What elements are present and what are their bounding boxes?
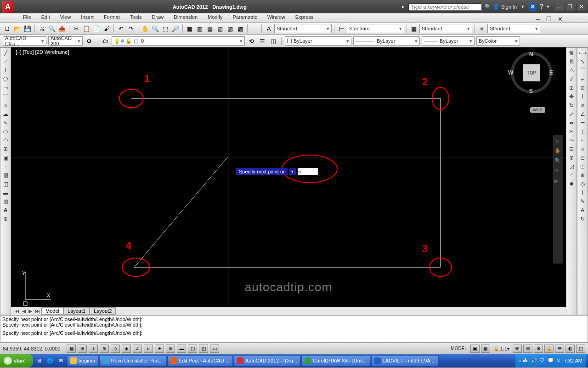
dimang-icon[interactable]: ∠ bbox=[578, 110, 587, 118]
layer-iso-icon[interactable]: ◫ bbox=[269, 36, 278, 46]
ortho-toggle[interactable]: ⊥ bbox=[89, 345, 98, 353]
tab-next-icon[interactable]: ▶ bbox=[27, 308, 34, 314]
tolerance-icon[interactable]: ⊡ bbox=[578, 162, 587, 171]
osnap-toggle[interactable]: ◇ bbox=[111, 345, 120, 353]
menu-window[interactable]: Window bbox=[263, 13, 290, 22]
layer-state-icon[interactable]: ☰ bbox=[258, 36, 267, 46]
qv-dwg-icon[interactable]: ▦ bbox=[481, 345, 490, 353]
taskbar-task-3[interactable]: AutoCAD 2012 - [Dra... bbox=[234, 355, 300, 366]
mlstyle-combo[interactable]: Standard bbox=[487, 24, 540, 33]
array-icon[interactable]: ⊞ bbox=[567, 84, 576, 92]
rect-icon[interactable]: ▭ bbox=[1, 84, 10, 92]
dimarc-icon[interactable]: ⌒ bbox=[578, 66, 587, 75]
doc-minimize-button[interactable]: ─ bbox=[533, 14, 543, 23]
tab-model[interactable]: Model bbox=[41, 307, 63, 315]
region-icon[interactable]: ▬ bbox=[1, 189, 10, 197]
ql-desktop-icon[interactable]: 🖥 bbox=[34, 356, 44, 366]
dimedit-icon[interactable]: ✎ bbox=[578, 197, 587, 206]
dynamic-input-field[interactable] bbox=[298, 168, 318, 175]
zoom-nav-icon[interactable]: 🔍 bbox=[554, 158, 562, 165]
anno-auto-icon[interactable]: ⚖ bbox=[523, 345, 532, 353]
explode-icon[interactable]: ✸ bbox=[567, 180, 576, 188]
tab-layout2[interactable]: Layout2 bbox=[90, 307, 116, 315]
ws-settings-icon[interactable]: ⚙ bbox=[85, 36, 94, 46]
ducs-toggle[interactable]: ⊾ bbox=[144, 345, 153, 353]
dimord-icon[interactable]: ⌐ bbox=[578, 75, 587, 83]
centermark-icon[interactable]: ⊕ bbox=[578, 171, 587, 179]
tablestyle-combo[interactable]: Standard bbox=[419, 24, 472, 33]
tablestyle-icon[interactable]: ▦ bbox=[409, 24, 418, 33]
save-icon[interactable]: 💾 bbox=[23, 24, 32, 33]
mtext-icon[interactable]: A bbox=[1, 206, 10, 214]
pan-nav-icon[interactable]: ✋ bbox=[554, 148, 562, 155]
doc-restore-button[interactable]: ❐ bbox=[544, 14, 554, 23]
ws-switch-icon[interactable]: ⚙ bbox=[534, 345, 543, 353]
workspace-combo-2[interactable]: AutoCAD 200 bbox=[48, 36, 83, 46]
lwt-toggle[interactable]: ≡ bbox=[166, 345, 175, 353]
otrack-toggle[interactable]: ∠ bbox=[133, 345, 142, 353]
anno-vis-icon[interactable]: 👁 bbox=[513, 345, 522, 353]
toolpal-icon[interactable]: ▤ bbox=[205, 24, 215, 33]
search-input[interactable] bbox=[408, 3, 482, 11]
orbit-icon[interactable]: ⟳ bbox=[554, 168, 562, 175]
qv-layouts-icon[interactable]: ▣ bbox=[470, 345, 480, 353]
workspace-combo[interactable]: AutoCAD Clas... bbox=[3, 36, 46, 46]
showmotion-icon[interactable]: ▶ bbox=[554, 178, 562, 185]
linetype-combo[interactable]: ByLayer bbox=[353, 36, 420, 46]
stretch-icon[interactable]: ⇔ bbox=[567, 119, 576, 127]
ql-browser-icon[interactable]: 🌐 bbox=[45, 356, 55, 366]
qdim-icon[interactable]: ⊢ bbox=[578, 119, 587, 127]
viewcube[interactable]: TOP N S E W bbox=[511, 52, 552, 93]
revcloud-icon[interactable]: ☁ bbox=[1, 110, 10, 118]
tray-smile-icon[interactable]: ☺ bbox=[556, 357, 562, 364]
layer-prev-icon[interactable]: ⟲ bbox=[247, 36, 256, 46]
point-icon[interactable]: · bbox=[1, 162, 10, 171]
undo-icon[interactable]: ↶ bbox=[116, 24, 125, 33]
qcalc-icon[interactable]: ▩ bbox=[236, 24, 245, 33]
wheel-icon[interactable]: ◎ bbox=[554, 138, 562, 145]
tray-expand-icon[interactable]: ‹ bbox=[519, 358, 521, 363]
ql-mail-icon[interactable]: ✉ bbox=[56, 356, 66, 366]
model-space-toggle[interactable]: MODEL bbox=[449, 346, 469, 351]
xline-icon[interactable]: ⟋ bbox=[1, 58, 10, 66]
join-icon[interactable]: ⊕ bbox=[567, 154, 576, 162]
redo-icon[interactable]: ↷ bbox=[126, 24, 136, 33]
dimrad-icon[interactable]: ⊘ bbox=[578, 84, 587, 92]
polygon-icon[interactable]: ⬠ bbox=[1, 75, 10, 83]
dimstyle-icon[interactable]: ⊢ bbox=[337, 24, 346, 33]
fillet-icon[interactable]: ◜ bbox=[567, 171, 576, 179]
open-icon[interactable]: 📂 bbox=[13, 24, 22, 33]
close-button[interactable]: ✕ bbox=[576, 3, 586, 11]
taskbar-clock[interactable]: 7:32 AM bbox=[564, 358, 582, 363]
tpy-toggle[interactable]: ▬ bbox=[177, 345, 186, 353]
pan-icon[interactable]: ✋ bbox=[141, 24, 150, 33]
menu-express[interactable]: Express bbox=[291, 13, 318, 22]
textstyle-icon[interactable]: A bbox=[264, 24, 273, 33]
3dosnap-toggle[interactable]: ◈ bbox=[122, 345, 131, 353]
menu-format[interactable]: Format bbox=[99, 13, 124, 22]
rotate-icon[interactable]: ↻ bbox=[567, 101, 576, 109]
trim-icon[interactable]: ✂ bbox=[567, 127, 576, 136]
taskbar-task-1[interactable]: Revo Uninstaller Port... bbox=[100, 355, 166, 366]
menu-draw[interactable]: Draw bbox=[147, 13, 168, 22]
dynamic-options-icon[interactable]: ▾ bbox=[289, 168, 296, 175]
new-icon[interactable]: 🗋 bbox=[3, 24, 12, 33]
polar-toggle[interactable]: ⊛ bbox=[100, 345, 109, 353]
zoom-rt-icon[interactable]: 🔍 bbox=[151, 24, 160, 33]
wcs-badge[interactable]: WCS bbox=[530, 107, 545, 113]
maximize-button[interactable]: ❐ bbox=[565, 3, 575, 11]
app-logo-icon[interactable]: A bbox=[2, 1, 14, 13]
dyn-toggle[interactable]: + bbox=[155, 345, 164, 353]
publish-icon[interactable]: 📤 bbox=[57, 24, 67, 33]
ellarc-icon[interactable]: ◠ bbox=[1, 136, 10, 144]
arc-icon[interactable]: ⌒ bbox=[1, 92, 10, 101]
doc-close-button[interactable]: ✕ bbox=[555, 14, 565, 23]
menu-edit[interactable]: Edit bbox=[37, 13, 55, 22]
erase-icon[interactable]: 🗑 bbox=[567, 49, 576, 57]
dimspace-icon[interactable]: ≡ bbox=[578, 145, 587, 153]
table-icon[interactable]: ▦ bbox=[1, 197, 10, 206]
menu-dimension[interactable]: Dimension bbox=[169, 13, 202, 22]
lineweight-combo[interactable]: ByLayer bbox=[422, 36, 475, 46]
qp-toggle[interactable]: ▢ bbox=[188, 345, 197, 353]
matchprop-icon[interactable]: 🖌 bbox=[102, 24, 111, 33]
